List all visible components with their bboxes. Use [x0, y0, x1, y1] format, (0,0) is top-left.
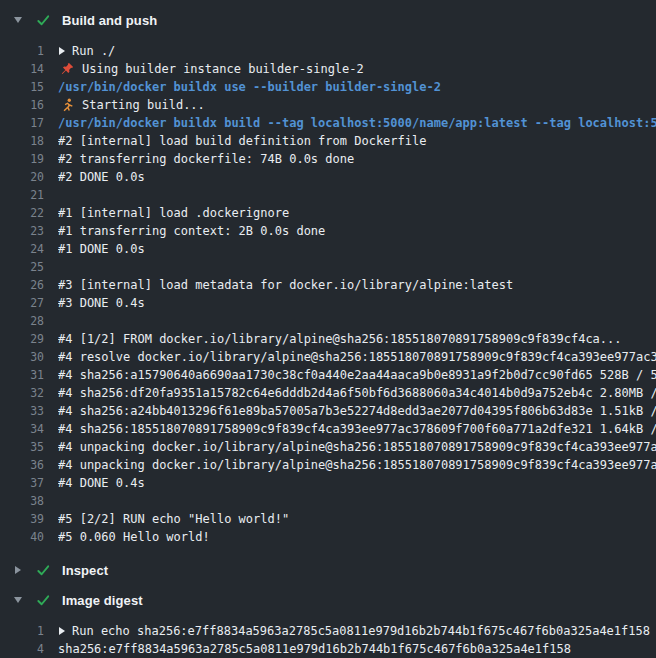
chevron-down-icon[interactable] [14, 597, 22, 603]
line-text: Run ./ [58, 42, 656, 60]
line-number[interactable]: 25 [0, 258, 44, 276]
line-text: #1 [internal] load .dockerignore [58, 204, 656, 222]
line-number[interactable]: 36 [0, 456, 44, 474]
log-section: Inspect [0, 558, 656, 582]
line-text: Run echo sha256:e7ff8834a5963a2785c5a081… [58, 622, 656, 640]
line-number[interactable]: 31 [0, 366, 44, 384]
line-text: #4 sha256:a15790640a6690aa1730c38cf0a440… [58, 366, 656, 384]
line-number[interactable]: 23 [0, 222, 44, 240]
line-number[interactable]: 34 [0, 420, 44, 438]
line-text: #1 transferring context: 2B 0.0s done [58, 222, 656, 240]
line-text: #3 DONE 0.4s [58, 294, 656, 312]
line-text: Starting build... [58, 96, 656, 114]
log-line: 38 [0, 492, 656, 510]
line-text: #4 unpacking docker.io/library/alpine@sh… [58, 438, 656, 456]
log-section: Image digest 1 Run echo sha256:e7ff8834a… [0, 588, 656, 658]
log-line: 30 #4 resolve docker.io/library/alpine@s… [0, 348, 656, 366]
line-number[interactable]: 16 [0, 96, 44, 114]
line-number[interactable]: 20 [0, 168, 44, 186]
line-text: #5 [2/2] RUN echo "Hello world!" [58, 510, 656, 528]
log-line: 33 #4 sha256:a24bb4013296f61e89ba57005a7… [0, 402, 656, 420]
line-text: #3 [internal] load metadata for docker.i… [58, 276, 656, 294]
line-text: /usr/bin/docker buildx use --builder bui… [58, 78, 656, 96]
line-text: #2 [internal] load build definition from… [58, 132, 656, 150]
line-number[interactable]: 40 [0, 528, 44, 546]
line-number[interactable]: 28 [0, 312, 44, 330]
pushpin-icon [60, 62, 74, 76]
check-icon [36, 13, 51, 28]
log-line: 23 #1 transferring context: 2B 0.0s done [0, 222, 656, 240]
log-line: 29 #4 [1/2] FROM docker.io/library/alpin… [0, 330, 656, 348]
line-text: #4 sha256:df20fa9351a15782c64e6dddb2d4a6… [58, 384, 656, 402]
log-line: 19 #2 transferring dockerfile: 74B 0.0s … [0, 150, 656, 168]
sections-root: Build and push 1 Run ./ 14 Using builder… [0, 8, 656, 658]
log-line: 14 Using builder instance builder-single… [0, 60, 656, 78]
log-line: 4 sha256:e7ff8834a5963a2785c5a0811e979d1… [0, 640, 656, 658]
log-line: 16 Starting build... [0, 96, 656, 114]
actions-log-viewer: Build and push 1 Run ./ 14 Using builder… [0, 8, 656, 658]
section-log-lines: 1 Run ./ 14 Using builder instance build… [0, 32, 656, 552]
line-number[interactable]: 35 [0, 438, 44, 456]
log-section: Build and push 1 Run ./ 14 Using builder… [0, 8, 656, 552]
log-line: 17 /usr/bin/docker buildx build --tag lo… [0, 114, 656, 132]
line-number[interactable]: 39 [0, 510, 44, 528]
line-number[interactable]: 37 [0, 474, 44, 492]
line-number[interactable]: 30 [0, 348, 44, 366]
line-text: #4 resolve docker.io/library/alpine@sha2… [58, 348, 656, 366]
line-number[interactable]: 33 [0, 402, 44, 420]
line-number[interactable]: 21 [0, 186, 44, 204]
line-text: #2 transferring dockerfile: 74B 0.0s don… [58, 150, 656, 168]
line-text: #5 0.060 Hello world! [58, 528, 656, 546]
section-title: Build and push [62, 13, 157, 28]
log-line: 28 [0, 312, 656, 330]
check-icon [36, 563, 51, 578]
line-number[interactable]: 1 [0, 622, 44, 640]
check-icon [36, 593, 51, 608]
log-line: 32 #4 sha256:df20fa9351a15782c64e6dddb2d… [0, 384, 656, 402]
section-header[interactable]: Build and push [0, 8, 656, 32]
line-number[interactable]: 4 [0, 640, 44, 658]
log-line: 40 #5 0.060 Hello world! [0, 528, 656, 546]
log-line: 22 #1 [internal] load .dockerignore [0, 204, 656, 222]
line-text: #4 sha256:a24bb4013296f61e89ba57005a7b3e… [58, 402, 656, 420]
line-number[interactable]: 1 [0, 42, 44, 60]
log-line: 37 #4 DONE 0.4s [0, 474, 656, 492]
section-title: Image digest [62, 593, 143, 608]
log-line: 26 #3 [internal] load metadata for docke… [0, 276, 656, 294]
line-number[interactable]: 26 [0, 276, 44, 294]
log-line: 1 Run ./ [0, 42, 656, 60]
log-line: 15 /usr/bin/docker buildx use --builder … [0, 78, 656, 96]
line-number[interactable]: 14 [0, 60, 44, 78]
log-line: 1 Run echo sha256:e7ff8834a5963a2785c5a0… [0, 622, 656, 640]
line-text: sha256:e7ff8834a5963a2785c5a0811e979d16b… [58, 640, 656, 658]
log-line: 35 #4 unpacking docker.io/library/alpine… [0, 438, 656, 456]
chevron-down-icon[interactable] [14, 17, 22, 23]
line-text: #4 [1/2] FROM docker.io/library/alpine@s… [58, 330, 656, 348]
line-number[interactable]: 27 [0, 294, 44, 312]
line-text: /usr/bin/docker buildx build --tag local… [58, 114, 656, 132]
line-number[interactable]: 29 [0, 330, 44, 348]
section-header[interactable]: Inspect [0, 558, 656, 582]
log-line: 18 #2 [internal] load build definition f… [0, 132, 656, 150]
line-number[interactable]: 18 [0, 132, 44, 150]
line-number[interactable]: 22 [0, 204, 44, 222]
line-number[interactable]: 19 [0, 150, 44, 168]
line-number[interactable]: 24 [0, 240, 44, 258]
log-line: 21 [0, 186, 656, 204]
section-log-lines: 1 Run echo sha256:e7ff8834a5963a2785c5a0… [0, 612, 656, 658]
line-text: #4 DONE 0.4s [58, 474, 656, 492]
line-text: Using builder instance builder-single-2 [58, 60, 656, 78]
log-line: 31 #4 sha256:a15790640a6690aa1730c38cf0a… [0, 366, 656, 384]
play-expand-icon[interactable] [59, 47, 65, 55]
section-header[interactable]: Image digest [0, 588, 656, 612]
line-number[interactable]: 15 [0, 78, 44, 96]
line-number[interactable]: 32 [0, 384, 44, 402]
log-line: 27 #3 DONE 0.4s [0, 294, 656, 312]
line-number[interactable]: 38 [0, 492, 44, 510]
log-line: 34 #4 sha256:185518070891758909c9f839cf4… [0, 420, 656, 438]
log-line: 24 #1 DONE 0.0s [0, 240, 656, 258]
line-text: #1 DONE 0.0s [58, 240, 656, 258]
play-expand-icon[interactable] [59, 627, 65, 635]
chevron-right-icon[interactable] [15, 566, 21, 574]
line-number[interactable]: 17 [0, 114, 44, 132]
